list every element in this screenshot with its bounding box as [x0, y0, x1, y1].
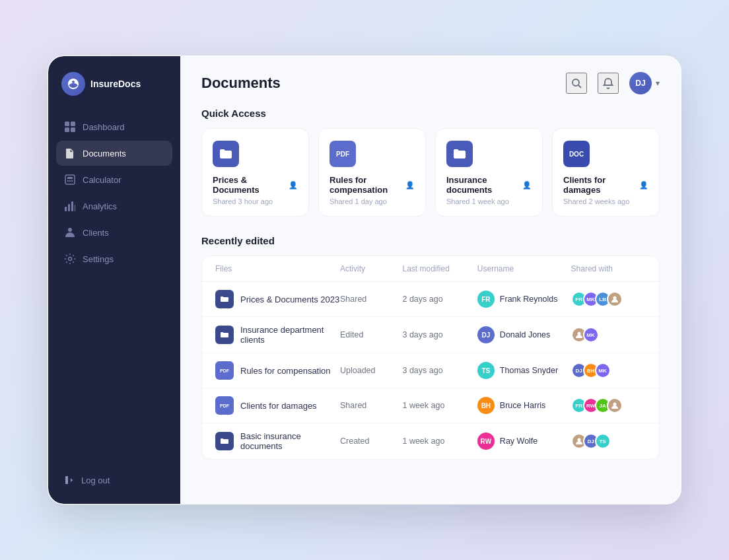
table-header: Files Activity Last modified Username Sh…	[202, 256, 659, 282]
user-avatar: DJ	[477, 326, 495, 343]
table-row[interactable]: Prices & Documents 2023 Shared 2 days ag…	[202, 282, 659, 317]
table-row[interactable]: PDF Rules for compensation Uploaded 3 da…	[202, 353, 659, 388]
logout-icon	[64, 475, 75, 485]
svg-rect-0	[65, 122, 69, 126]
quick-card-prices-docs[interactable]: Prices & Documents 👤 Shared 3 hour ago	[201, 128, 309, 217]
user-avatar-button[interactable]: DJ ▾	[629, 72, 660, 94]
quick-card-insurance-documents[interactable]: Insurance documents 👤 Shared 1 week ago	[435, 128, 543, 217]
svg-rect-2	[65, 127, 69, 132]
chevron-down-icon: ▾	[656, 79, 660, 88]
scroll-area: Quick Access Prices & Documents 👤 Shared…	[180, 105, 681, 504]
activity-cell: Created	[340, 437, 402, 446]
sidebar-logo: InsureDocs	[48, 56, 180, 114]
bell-icon	[602, 77, 614, 89]
quick-card-name: Clients for damages 👤	[563, 175, 648, 195]
svg-rect-5	[67, 177, 73, 179]
clients-icon	[64, 227, 76, 238]
file-cell: PDF Rules for compensation	[215, 361, 340, 380]
logo-icon	[61, 72, 85, 96]
quick-card-name: Rules for compensation 👤	[330, 175, 415, 195]
quick-card-meta: Shared 1 week ago	[446, 197, 532, 205]
activity-cell: Uploaded	[340, 366, 402, 375]
analytics-icon	[64, 200, 76, 212]
user-avatar: RW	[477, 433, 495, 450]
logo-text: InsureDocs	[90, 79, 141, 89]
activity-cell: Shared	[340, 295, 402, 304]
settings-icon	[64, 253, 76, 265]
sidebar-item-label: Dashboard	[83, 122, 125, 132]
quick-card-meta: Shared 1 day ago	[330, 197, 415, 205]
quick-card-clients-damages[interactable]: DOC Clients for damages 👤 Shared 2 weeks…	[552, 128, 660, 217]
sidebar-item-dashboard[interactable]: Dashboard	[56, 114, 172, 139]
folder-icon	[215, 326, 234, 344]
username-cell: RW Ray Wolfe	[477, 433, 571, 450]
username-text: Bruce Harris	[500, 401, 545, 410]
sidebar-item-clients[interactable]: Clients	[56, 220, 172, 245]
quick-access-grid: Prices & Documents 👤 Shared 3 hour ago P…	[201, 128, 660, 217]
header: Documents DJ	[180, 56, 681, 105]
svg-rect-6	[67, 180, 69, 182]
sidebar-item-label: Analytics	[83, 201, 117, 211]
shared-with-cell: DJ BH MK	[571, 363, 646, 378]
file-cell: PDF Clients for damages	[215, 396, 340, 415]
quick-card-name: Prices & Documents 👤	[213, 175, 298, 195]
modified-cell: 1 week ago	[402, 437, 477, 446]
recently-edited-section: Recently edited Files Activity Last modi…	[201, 235, 660, 460]
col-username: Username	[477, 264, 571, 273]
logout-button[interactable]: Log out	[64, 475, 164, 485]
app-container: InsureDocs Dashboard Documents	[48, 55, 681, 505]
svg-rect-10	[68, 204, 70, 211]
share-icon: 👤	[289, 181, 298, 190]
svg-rect-9	[65, 207, 67, 211]
shared-avatar: TS	[595, 433, 611, 449]
activity-cell: Edited	[340, 330, 402, 339]
share-icon: 👤	[522, 181, 532, 190]
shared-with-cell: FR RW JA	[571, 398, 646, 413]
user-avatar: BH	[477, 397, 495, 414]
svg-point-20	[577, 438, 580, 442]
shared-avatars: MK	[571, 327, 599, 343]
sidebar-item-analytics[interactable]: Analytics	[56, 193, 172, 219]
sidebar-item-label: Clients	[83, 228, 109, 238]
table-row[interactable]: PDF Clients for damages Shared 1 week ag…	[202, 388, 659, 423]
dashboard-icon	[64, 121, 76, 133]
file-name: Clients for damages	[240, 401, 317, 411]
modified-cell: 3 days ago	[402, 330, 477, 339]
sidebar-item-calculator[interactable]: Calculator	[56, 167, 172, 192]
svg-point-18	[577, 332, 580, 335]
page-title: Documents	[201, 75, 281, 92]
notifications-button[interactable]	[598, 73, 619, 94]
svg-rect-12	[75, 205, 75, 211]
search-button[interactable]	[566, 73, 587, 94]
username-cell: FR Frank Reynolds	[477, 291, 571, 308]
file-name: Rules for compensation	[240, 366, 331, 376]
modified-cell: 2 days ago	[402, 295, 477, 304]
header-actions: DJ ▾	[566, 72, 660, 94]
sidebar-item-documents[interactable]: Documents	[56, 141, 172, 166]
quick-access-section: Quick Access Prices & Documents 👤 Shared…	[201, 108, 660, 217]
quick-card-rules-compensation[interactable]: PDF Rules for compensation 👤 Shared 1 da…	[318, 128, 426, 217]
sidebar-item-settings[interactable]: Settings	[56, 246, 172, 271]
username-text: Frank Reynolds	[500, 295, 558, 304]
username-text: Ray Wolfe	[500, 437, 538, 446]
sidebar-bottom: Log out	[48, 462, 180, 504]
table-row[interactable]: Insurance department clients Edited 3 da…	[202, 317, 659, 353]
file-name: Insurance department clients	[240, 325, 340, 345]
recently-edited-title: Recently edited	[201, 235, 660, 246]
table-row[interactable]: Basic insurance documents Created 1 week…	[202, 423, 659, 459]
folder-icon	[446, 141, 473, 167]
activity-cell: Shared	[340, 401, 402, 410]
pdf-icon: PDF	[215, 396, 234, 415]
user-avatar: FR	[477, 291, 495, 308]
modified-cell: 3 days ago	[402, 366, 477, 375]
shared-avatar: MK	[583, 327, 599, 343]
file-cell: Insurance department clients	[215, 325, 340, 345]
file-name: Basic insurance documents	[240, 431, 340, 451]
quick-card-name: Insurance documents 👤	[446, 175, 532, 195]
modified-cell: 1 week ago	[402, 401, 477, 410]
user-avatar: DJ	[629, 72, 652, 94]
quick-access-title: Quick Access	[201, 108, 660, 119]
folder-icon	[215, 290, 234, 308]
shared-avatars: DJ BH MK	[571, 363, 611, 378]
col-activity: Activity	[340, 264, 402, 273]
